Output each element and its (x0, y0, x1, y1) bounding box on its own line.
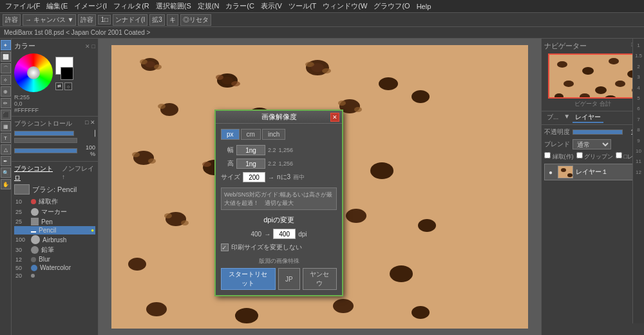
brush-item-7[interactable]: 50 Watercolor (14, 263, 95, 272)
height-input[interactable] (236, 158, 265, 169)
menu-ruler[interactable]: 定規(N (195, 1, 222, 11)
tool-text[interactable]: T (1, 133, 11, 143)
canvas-area[interactable]: 画像解像度 ✕ px cm inch 幅 2.2 1,2 (99, 39, 541, 335)
tool-hand[interactable]: ✋ (1, 179, 11, 189)
brush-icon (14, 184, 30, 195)
reset-color-icon[interactable]: ○ (64, 82, 72, 90)
brush-item-6[interactable]: 12 Blur (14, 255, 95, 263)
menu-help[interactable]: Help (414, 3, 434, 10)
tool-move[interactable]: ✦ (1, 40, 11, 50)
option-checkbox-2[interactable] (576, 152, 583, 158)
brush-control-expand[interactable]: □ ✕ (85, 119, 95, 128)
layer-visibility-icon[interactable]: ● (546, 168, 555, 177)
toolbar-expand[interactable]: 拡3 (149, 14, 165, 26)
svg-point-19 (412, 90, 430, 103)
panel-tab-arrow[interactable]: ▼ (561, 113, 573, 123)
dialog-close-button[interactable]: ✕ (330, 113, 339, 122)
jp-button[interactable]: JP (278, 268, 300, 290)
toolbar-k[interactable]: キ (167, 14, 178, 26)
svg-point-39 (390, 265, 413, 282)
brush-item-8[interactable]: 20 (14, 272, 95, 280)
menu-window[interactable]: ウィンドウ(W (320, 1, 370, 11)
menu-edit[interactable]: 編集(E (44, 1, 70, 11)
num-7: 7 (637, 115, 639, 124)
svg-point-45 (222, 77, 233, 84)
brush-item-5[interactable]: 30 鉛筆 (14, 245, 95, 255)
option-checkbox-3[interactable] (616, 152, 622, 158)
tool-brush[interactable]: ✏ (1, 98, 11, 108)
menu-color[interactable]: カラー(C (223, 1, 257, 11)
brush-name-label: ブラシ: Pencil (32, 185, 77, 195)
menu-tool[interactable]: ツール(T (286, 1, 319, 11)
pressure-slider[interactable] (14, 148, 77, 153)
brush-item-2[interactable]: 25 Pen (14, 217, 95, 226)
svg-point-29 (164, 213, 172, 218)
num-10: 10 (636, 147, 641, 156)
brush-control-title: ブラシコントロール (14, 119, 72, 128)
dialog-title: 画像解像度 (227, 112, 330, 122)
opacity-slider-row: ▕ (14, 130, 95, 137)
navigator-thumbnail[interactable] (548, 53, 638, 99)
option-checkbox-1[interactable] (544, 152, 551, 158)
toolbar-reset[interactable]: ◎リセタ (180, 14, 211, 26)
dialog-titlebar: 画像解像度 ✕ (216, 111, 342, 124)
tool-zoom[interactable]: 🔍 (1, 168, 11, 178)
svg-point-22 (148, 158, 156, 164)
tool-eyedropper[interactable]: ✒ (1, 156, 11, 166)
tool-crop[interactable]: ⊕ (1, 86, 11, 97)
svg-point-54 (615, 81, 625, 87)
tab-inch[interactable]: inch (262, 129, 285, 140)
background-color[interactable] (61, 67, 73, 80)
layer-item-0[interactable]: ● レイヤー１ 🔒 (544, 164, 641, 180)
brush-tab-control[interactable]: ブラシコントロ (14, 164, 57, 182)
size-input[interactable] (243, 172, 265, 182)
swap-color-icon[interactable]: ⇄ (55, 82, 63, 90)
panel-tab-brush[interactable]: ブ... (544, 113, 561, 123)
tool-lasso[interactable]: ⌒ (1, 63, 11, 73)
menu-filter[interactable]: フィルタ(R (111, 1, 152, 11)
panel-tab-layer[interactable]: レイヤー (573, 113, 603, 123)
menu-select[interactable]: 選択範囲(S (153, 1, 194, 11)
print-size-checkbox[interactable]: ✓ (221, 244, 229, 251)
menu-image[interactable]: イメージ(I (71, 1, 109, 11)
tool-gradient[interactable]: ▦ (1, 121, 11, 131)
menu-view[interactable]: 表示(V (258, 1, 285, 11)
tab-cm[interactable]: cm (241, 129, 261, 140)
menu-grauf[interactable]: グラウフ(O (371, 1, 412, 11)
size-slider[interactable] (14, 138, 77, 143)
width-input[interactable] (236, 145, 265, 155)
brush-item-1[interactable]: 25 マーカー (14, 207, 95, 217)
filepath-text: MediBanx 1st 08.psd < Japan Color 2001 C… (4, 29, 150, 36)
blend-select[interactable]: 通常 乗算 スクリーン (573, 139, 611, 149)
opacity-track[interactable] (573, 129, 623, 135)
svg-point-24 (202, 162, 211, 167)
toolbar-tolerance[interactable]: 許容 (78, 14, 96, 26)
toolbar-snap[interactable]: ンナドイ(I (113, 14, 147, 26)
brush-list-panel: ブラシコントロ ノンフレイ↑ ブラシ: Pencil 10 縁取作 25 マーカ… (12, 162, 98, 335)
num-1-5: 1.5 (635, 52, 642, 61)
num-5: 5 (637, 94, 639, 103)
tool-fill[interactable]: ⬛ (1, 110, 11, 120)
tool-magic[interactable]: ✧ (1, 75, 11, 85)
toolbar: 許容 → キャンバス ▼ 許容 1□ ンナドイ(I 拡3 キ ◎リセタ (0, 13, 644, 27)
ok-button[interactable]: スタートリセット (221, 268, 276, 290)
color-panel-close-btn[interactable]: ✕ □ (85, 43, 95, 50)
tool-shape[interactable]: △ (1, 144, 11, 155)
svg-point-53 (595, 86, 607, 94)
cancel-button[interactable]: ヤンセウ (303, 268, 337, 290)
tool-select[interactable]: ⬜ (1, 52, 11, 62)
brush-item-0[interactable]: 10 縁取作 (14, 196, 95, 207)
toolbar-btn-1[interactable]: 許容 (3, 14, 21, 26)
tab-px[interactable]: px (221, 129, 240, 140)
canvas-dropdown[interactable]: → キャンバス ▼ (23, 14, 76, 26)
num-4: 4 (637, 84, 639, 93)
brush-tab-preview[interactable]: ノンフレイ↑ (62, 164, 95, 182)
brush-item-4[interactable]: 100 Airbrush (14, 235, 95, 245)
brush-item-3[interactable]: Pencil ● (14, 226, 95, 235)
color-wheel[interactable] (14, 53, 53, 92)
dpi-input[interactable] (273, 229, 296, 239)
opacity-slider[interactable] (14, 131, 74, 136)
menu-file[interactable]: ファイル(F (3, 1, 43, 11)
resolution-dialog[interactable]: 画像解像度 ✕ px cm inch 幅 2.2 1,2 (214, 110, 343, 296)
toolbar-size[interactable]: 1□ (98, 15, 111, 24)
